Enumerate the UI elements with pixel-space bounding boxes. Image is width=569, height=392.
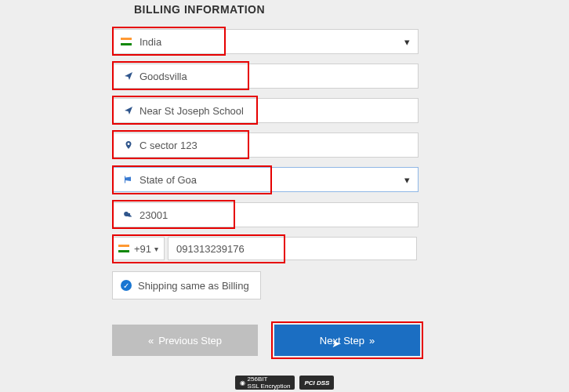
address3-input[interactable]: C sector 123	[112, 132, 419, 158]
shipping-same-label: Shipping same as Billing	[138, 280, 249, 292]
shipping-same-toggle[interactable]: ✓ Shipping same as Billing	[112, 271, 261, 299]
chevron-down-icon: ▾	[404, 36, 410, 48]
chevron-right-icon: »	[369, 335, 375, 347]
state-value: State of Goa	[133, 174, 197, 186]
dial-code-select[interactable]: +91 ▾	[112, 237, 165, 260]
state-select[interactable]: State of Goa ▾	[112, 167, 419, 192]
country-value: India	[133, 36, 161, 48]
phone-input[interactable]: 091313239176	[168, 237, 417, 260]
country-select[interactable]: India ▾	[112, 29, 419, 54]
next-step-button[interactable]: Next Step »	[274, 325, 420, 356]
chevron-down-icon: ▾	[154, 245, 158, 253]
address2-value: Near St Joseph School	[133, 105, 244, 117]
address1-value: Goodsvilla	[133, 71, 187, 82]
key-icon	[113, 210, 133, 220]
location-arrow-icon	[113, 71, 133, 81]
prev-label: Previous Step	[158, 335, 222, 347]
chevron-down-icon: ▾	[404, 174, 410, 186]
security-badges: ◉ 256BITSSL Encryption PCI DSS	[0, 376, 569, 390]
address3-value: C sector 123	[133, 140, 198, 151]
phone-value: 091313239176	[176, 243, 245, 255]
previous-step-button[interactable]: « Previous Step	[112, 325, 258, 356]
location-arrow-icon	[113, 106, 133, 115]
page-title: BILLING INFORMATION	[134, 3, 265, 16]
flag-icon	[113, 175, 133, 184]
next-label: Next Step	[320, 335, 364, 347]
ssl-badge: ◉ 256BITSSL Encryption	[235, 376, 295, 390]
flag-icon	[118, 245, 129, 252]
address2-input[interactable]: Near St Joseph School	[112, 98, 419, 123]
postal-value: 23001	[133, 209, 168, 221]
chevron-left-icon: «	[148, 335, 154, 347]
flag-icon	[113, 38, 133, 45]
pci-badge: PCI DSS	[299, 376, 334, 390]
dial-code-value: +91	[134, 243, 151, 255]
address1-input[interactable]: Goodsvilla	[112, 64, 419, 89]
postal-input[interactable]: 23001	[112, 202, 419, 227]
check-circle-icon: ✓	[121, 280, 132, 291]
map-pin-icon	[113, 140, 133, 151]
shield-icon: ◉	[240, 379, 245, 387]
